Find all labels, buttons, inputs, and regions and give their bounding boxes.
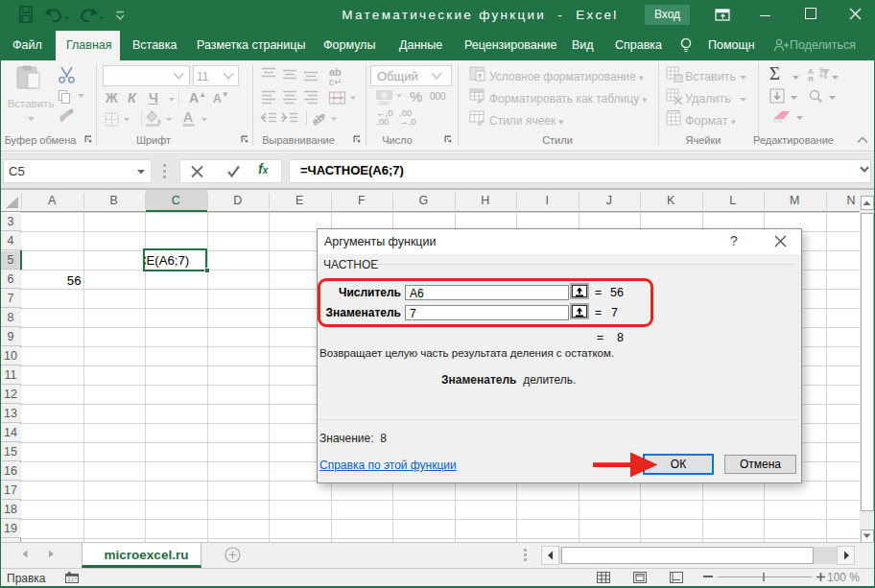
svg-text:→,0: →,0: [399, 116, 415, 127]
svg-text:₹: ₹: [478, 73, 483, 82]
svg-text:%: %: [410, 88, 422, 105]
svg-text:,00: ,00: [376, 116, 389, 127]
svg-text:000: 000: [430, 91, 446, 102]
svg-text:c↵: c↵: [329, 77, 342, 87]
svg-text:Я: Я: [808, 75, 814, 82]
